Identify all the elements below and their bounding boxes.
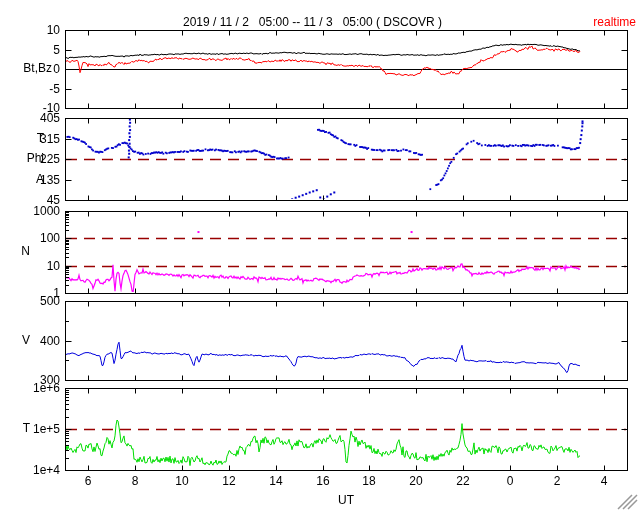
x-tick-label: 4	[589, 475, 619, 488]
panel-label-v: V	[8, 334, 30, 347]
x-tick-label: 12	[214, 475, 244, 488]
x-tick-label: 20	[401, 475, 431, 488]
y-tick-label: 1000	[8, 205, 60, 218]
x-tick-label: 6	[73, 475, 103, 488]
realtime-label: realtime	[593, 15, 636, 29]
panel-label-btbz: Bt,Bz	[8, 62, 52, 75]
solar-wind-plot: 2019 / 11 / 2 05:00 -- 11 / 3 05:00 ( DS…	[0, 0, 640, 512]
x-tick-label: 2	[542, 475, 572, 488]
x-tick-label: 14	[261, 475, 291, 488]
panel-label-n: N	[8, 245, 30, 258]
panel-label-t: T	[8, 132, 44, 145]
plot-title: 2019 / 11 / 2 05:00 -- 11 / 3 05:00 ( DS…	[183, 15, 442, 29]
y-tick-label: -5	[8, 83, 60, 96]
x-tick-label: 8	[120, 475, 150, 488]
x-tick-label: 0	[495, 475, 525, 488]
y-tick-label: 5	[8, 44, 60, 57]
x-tick-label: 10	[167, 475, 197, 488]
resize-grip-icon[interactable]	[615, 493, 639, 511]
y-tick-label: 10	[8, 24, 60, 37]
panel-label-a: A	[8, 173, 44, 186]
panel-label-phi: Phi	[8, 152, 44, 165]
x-tick-label: 18	[354, 475, 384, 488]
plot-canvas	[0, 0, 640, 512]
y-tick-label: 1e+4	[8, 464, 60, 477]
panel-label-t: T	[8, 422, 30, 435]
y-tick-label: 405	[8, 112, 60, 125]
y-tick-label: 10	[8, 260, 60, 273]
y-tick-label: 1e+6	[8, 382, 60, 395]
y-tick-label: 500	[8, 295, 60, 308]
x-tick-label: 16	[308, 475, 338, 488]
x-axis-title: UT	[330, 493, 362, 507]
y-tick-label: 100	[8, 232, 60, 245]
x-tick-label: 22	[448, 475, 478, 488]
